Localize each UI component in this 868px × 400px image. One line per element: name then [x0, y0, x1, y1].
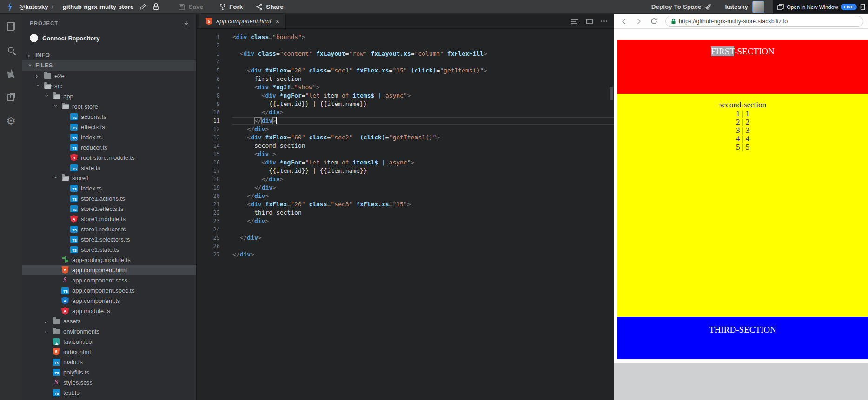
- code-line-2[interactable]: [232, 41, 614, 50]
- code-line-17[interactable]: {{item.id}} | {{item.name}}: [232, 167, 614, 175]
- file-tree-item-app.component.ts[interactable]: Aapp.component.ts: [22, 295, 196, 306]
- code-line-15[interactable]: <div >: [232, 150, 614, 158]
- chevron-right-icon[interactable]: ›: [36, 73, 40, 79]
- file-tree-item-app[interactable]: ›app: [22, 91, 196, 101]
- connect-repository-button[interactable]: Connect Repository: [22, 30, 196, 46]
- file-tree-item-index.html[interactable]: 5index.html: [22, 347, 196, 357]
- file-tree-item-reducer.ts[interactable]: TSreducer.ts: [22, 142, 196, 152]
- file-tree-item-root-store.module.ts[interactable]: Aroot-store.module.ts: [22, 152, 196, 163]
- code-line-7[interactable]: <div *ngIf="show">: [232, 83, 614, 92]
- file-tree-item-root-store[interactable]: ›root-store: [22, 101, 196, 111]
- file-tree-item-styles.scss[interactable]: Sstyles.scss: [22, 377, 196, 387]
- tab-app-component-html[interactable]: 5 app.component.html ×: [199, 14, 286, 28]
- file-tree-item-app-routing.module.ts[interactable]: app-routing.module.ts: [22, 255, 196, 265]
- chevron-down-icon[interactable]: ›: [53, 176, 59, 181]
- code-line-3[interactable]: <div class="content" fxLayout="row" fxLa…: [232, 50, 614, 58]
- code-line-5[interactable]: <div fxFlex="20" class="sec1" fxFlex.xs=…: [232, 66, 614, 75]
- file-tree-item-effects.ts[interactable]: TSeffects.ts: [22, 122, 196, 132]
- code-line-22[interactable]: third-section: [232, 209, 614, 217]
- file-tree-item-app.component.html[interactable]: 5app.component.html: [22, 265, 196, 275]
- code-line-27[interactable]: </div>: [232, 250, 614, 259]
- search-icon[interactable]: [5, 44, 17, 55]
- code-line-20[interactable]: </div>: [232, 192, 614, 200]
- section-info[interactable]: › INFO: [22, 50, 196, 60]
- code-line-8[interactable]: <div *ngFor="let item of items$ | async"…: [232, 92, 614, 100]
- code-line-12[interactable]: </div>: [232, 125, 614, 133]
- file-tree-item-polyfills.ts[interactable]: TSpolyfills.ts: [22, 367, 196, 377]
- code-line-11[interactable]: </div>: [232, 117, 614, 125]
- open-in-new-window-button[interactable]: Open in New Window LIVE: [773, 0, 868, 13]
- file-tree-item-store1.actions.ts[interactable]: TSstore1.actions.ts: [22, 193, 196, 203]
- close-tab-icon[interactable]: ×: [276, 18, 279, 25]
- firebase-icon[interactable]: [5, 68, 17, 79]
- file-tree-item-store1.reducer.ts[interactable]: TSstore1.reducer.ts: [22, 224, 196, 234]
- file-tree-item-store1.selectors.ts[interactable]: TSstore1.selectors.ts: [22, 234, 196, 244]
- first-section[interactable]: FIRST-SECTION: [617, 40, 868, 94]
- code-line-14[interactable]: second-section: [232, 142, 614, 150]
- file-tree-item-assets[interactable]: ›assets: [22, 316, 196, 326]
- file-tree-item-index.ts[interactable]: TSindex.ts: [22, 132, 196, 142]
- chevron-down-icon[interactable]: ›: [35, 84, 41, 89]
- project-files-icon[interactable]: [5, 20, 17, 32]
- code-line-26[interactable]: [232, 242, 614, 250]
- download-project-icon[interactable]: [183, 20, 190, 27]
- workspace-name[interactable]: @katesky: [19, 3, 48, 10]
- code-line-23[interactable]: </div>: [232, 217, 614, 225]
- file-tree-item-main.ts[interactable]: TSmain.ts: [22, 357, 196, 367]
- second-section[interactable]: second-section 1 | 12 | 23 | 34 | 45 | 5: [617, 94, 868, 317]
- file-tree-item-e2e[interactable]: ›e2e: [22, 71, 196, 81]
- chevron-down-icon[interactable]: ›: [53, 105, 59, 109]
- save-button[interactable]: Save: [179, 3, 203, 10]
- code-line-6[interactable]: first-section: [232, 75, 614, 83]
- privacy-lock-icon[interactable]: [152, 3, 159, 11]
- file-tree-item-app.module.ts[interactable]: Aapp.module.ts: [22, 306, 196, 316]
- file-tree-item-store1.module.ts[interactable]: Astore1.module.ts: [22, 214, 196, 224]
- forward-icon[interactable]: [635, 18, 643, 25]
- code-line-21[interactable]: <div fxFlex="20" class="sec3" fxFlex.xs=…: [232, 200, 614, 209]
- file-tree-item-index.ts[interactable]: TSindex.ts: [22, 183, 196, 193]
- pop-out-preview-icon[interactable]: [857, 3, 865, 11]
- code-line-13[interactable]: <div fxFlex="60" class="sec2" (click)="g…: [232, 133, 614, 142]
- extensions-icon[interactable]: [5, 92, 17, 103]
- url-input[interactable]: https://github-ngrx-multy-store.stackbli…: [665, 16, 863, 27]
- chevron-right-icon[interactable]: ›: [45, 328, 49, 334]
- fork-button[interactable]: Fork: [219, 3, 243, 11]
- chevron-down-icon[interactable]: ›: [44, 94, 50, 99]
- file-tree-item-angular.json[interactable]: { }angular.json: [22, 398, 196, 400]
- file-tree-item-test.ts[interactable]: TStest.ts: [22, 387, 196, 398]
- file-tree-item-app.component.scss[interactable]: Sapp.component.scss: [22, 275, 196, 285]
- avatar[interactable]: [752, 1, 764, 13]
- file-tree-item-state.ts[interactable]: TSstate.ts: [22, 163, 196, 173]
- file-tree-item-store1.state.ts[interactable]: TSstore1.state.ts: [22, 244, 196, 255]
- file-tree-item-store1[interactable]: ›store1: [22, 173, 196, 183]
- deploy-to-space-button[interactable]: Deploy To Space: [651, 3, 712, 10]
- file-tree-item-store1.effects.ts[interactable]: TSstore1.effects.ts: [22, 203, 196, 214]
- file-tree-item-src[interactable]: ›src: [22, 81, 196, 91]
- format-document-icon[interactable]: [571, 19, 578, 24]
- more-actions-icon[interactable]: [601, 20, 607, 22]
- section-files[interactable]: › FILES: [22, 60, 196, 71]
- file-tree-item-app.component.spec.ts[interactable]: TSapp.component.spec.ts: [22, 285, 196, 295]
- refresh-icon[interactable]: [650, 17, 658, 25]
- code-area[interactable]: <div class="bounds"> <div class="content…: [220, 33, 614, 400]
- code-line-1[interactable]: <div class="bounds">: [232, 33, 614, 41]
- stackblitz-logo-icon[interactable]: [7, 2, 13, 11]
- code-line-4[interactable]: [232, 58, 614, 66]
- code-line-10[interactable]: </div>: [232, 108, 614, 117]
- file-tree-item-environments[interactable]: ›environments: [22, 326, 196, 336]
- code-line-19[interactable]: </div>: [232, 184, 614, 192]
- code-line-25[interactable]: </div>: [232, 234, 614, 242]
- code-line-9[interactable]: {{item.id}} | {{item.name}}: [232, 100, 614, 108]
- split-editor-icon[interactable]: [586, 19, 593, 24]
- edit-project-name-icon[interactable]: [139, 4, 146, 10]
- code-line-18[interactable]: </div>: [232, 175, 614, 184]
- chevron-right-icon[interactable]: ›: [45, 318, 49, 324]
- file-tree-item-actions.ts[interactable]: TSactions.ts: [22, 111, 196, 122]
- editor-scrollbar-thumb[interactable]: [610, 87, 613, 100]
- back-icon[interactable]: [620, 18, 628, 25]
- share-button[interactable]: Share: [256, 3, 284, 10]
- code-line-24[interactable]: [232, 225, 614, 234]
- file-tree-item-favicon.ico[interactable]: favicon.ico: [22, 336, 196, 347]
- code-line-16[interactable]: <div *ngFor="let item of items1$ | async…: [232, 158, 614, 167]
- settings-gear-icon[interactable]: [5, 115, 17, 126]
